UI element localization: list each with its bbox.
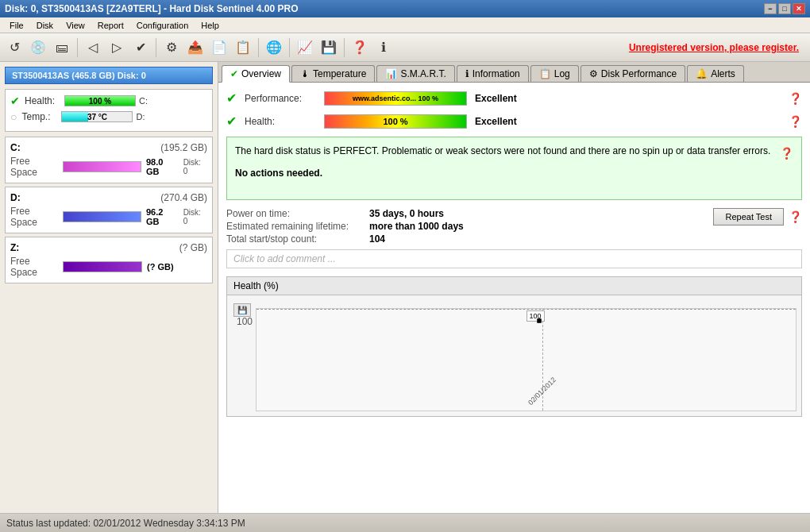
report-button[interactable]: 📄 [208,37,230,59]
health-metric-bar-fill: 100 % [325,115,466,128]
health-chart-header: Health (%) [227,277,801,295]
tab-smart[interactable]: 📊 S.M.A.R.T. [376,65,454,82]
stats-left: Power on time: 35 days, 0 hours Estimate… [226,208,464,245]
health-metric-bar: 100 % [324,114,467,129]
menu-help[interactable]: Help [195,19,226,32]
back-button[interactable]: ◁ [82,37,104,59]
status-help-icon[interactable]: ❓ [780,147,793,160]
tab-alerts[interactable]: 🔔 Alerts [687,65,744,82]
chart-button[interactable]: 📈 [294,37,316,59]
disk-temp-row: ○ Temp.: 37 °C D: [10,110,207,123]
refresh-button[interactable]: ↺ [3,37,25,59]
health-ok-icon: ✔ [10,94,20,107]
chart-y-labels: 100 [232,316,256,411]
chart-dashed-line [256,309,796,310]
performance-bar: www.adsentic.co... 100 % [324,91,467,106]
tab-information[interactable]: ℹ Information [457,65,529,82]
performance-result: Excellent [475,93,517,104]
left-panel: ST3500413AS (465.8 GB) Disk: 0 ✔ Health:… [0,62,218,513]
drive-z-letter: Z: [10,242,19,253]
power-on-label: Power on time: [226,208,361,219]
menu-disk[interactable]: Disk [30,19,60,32]
drive-z-header: Z: (? GB) [10,242,207,253]
disk-info-panel: ✔ Health: 100 % C: ○ Temp.: 37 °C D: [5,89,213,132]
health-chart-section: Health (%) 💾 100 100 [226,276,802,417]
toolbar-separator-4 [289,38,290,57]
stats-section: Power on time: 35 days, 0 hours Estimate… [226,208,802,245]
health-help-icon[interactable]: ❓ [789,115,802,128]
forward-button[interactable]: ▷ [106,37,128,59]
status-text-2: No actions needed. [235,168,793,179]
menu-configuration[interactable]: Configuration [130,19,195,32]
tab-log-icon: 📋 [539,68,551,79]
save-button[interactable]: 💾 [318,37,340,59]
menu-view[interactable]: View [60,19,91,32]
health-metric-result: Excellent [475,116,517,127]
disk-info-button[interactable]: 💿 [27,37,49,59]
disk-button[interactable]: 🖴 [51,37,73,59]
toolbar-separator-1 [77,38,78,57]
drive-d-header: D: (270.4 GB) [10,192,207,203]
performance-help-icon[interactable]: ❓ [789,92,802,105]
chart-data-point [537,318,542,323]
status-text-1: The hard disk status is PERFECT. Problem… [235,145,793,156]
content-area: ✔ Performance: www.adsentic.co... 100 % … [218,83,810,513]
power-on-row: Power on time: 35 days, 0 hours [226,208,464,219]
performance-bar-fill: www.adsentic.co... 100 % [325,92,466,105]
drive-c-size: (195.2 GB) [160,142,207,153]
comment-box[interactable]: Click to add comment ... [226,249,802,268]
drive-d-disk: Disk: 0 [183,208,207,226]
about-button[interactable]: ℹ [372,37,395,59]
drive-d-bar [63,211,141,222]
disk-header[interactable]: ST3500413AS (465.8 GB) Disk: 0 [5,67,213,84]
drive-d-panel: D: (270.4 GB) Free Space 96.2 GB Disk: 0 [5,187,213,233]
remaining-lifetime-value: more than 1000 days [369,221,464,232]
tab-log[interactable]: 📋 Log [530,65,579,82]
tab-disk-performance[interactable]: ⚙ Disk Performance [580,65,685,82]
temp-bar: 37 °C [61,111,133,122]
drive-d-label: D: [136,112,145,121]
drive-z-bar [63,261,142,272]
maximize-button[interactable]: □ [778,3,791,14]
performance-label: Performance: [245,93,316,104]
network-button[interactable]: 🌐 [263,37,285,59]
start-stop-row: Total start/stop count: 104 [226,233,464,245]
remaining-lifetime-row: Estimated remaining lifetime: more than … [226,221,464,232]
tab-bar: ✔ Overview 🌡 Temperature 📊 S.M.A.R.T. ℹ … [218,62,810,83]
repeat-test-container: Repeat Test ❓ [713,208,802,226]
temp-icon: ○ [10,110,17,123]
minimize-button[interactable]: − [764,3,777,14]
close-button[interactable]: ✕ [793,3,805,14]
chart-canvas: 100 02/01/2012 [256,308,796,411]
tab-disk-performance-label: Disk Performance [601,68,677,79]
tab-overview[interactable]: ✔ Overview [222,65,290,83]
start-stop-value: 104 [369,233,385,245]
drive-d-letter: D: [10,192,21,203]
export-button[interactable]: 📤 [184,37,206,59]
tab-disk-performance-icon: ⚙ [589,68,598,79]
right-panel: ✔ Overview 🌡 Temperature 📊 S.M.A.R.T. ℹ … [218,62,810,513]
chart-save-button[interactable]: 💾 [233,303,251,317]
copy-button[interactable]: 📋 [232,37,254,59]
chart-y-100: 100 [237,316,253,327]
drive-c-header: C: (195.2 GB) [10,142,207,153]
repeat-test-help-icon[interactable]: ❓ [789,210,802,223]
toolbar-separator-5 [344,38,345,57]
drive-c-disk: Disk: 0 [183,158,207,175]
settings-button[interactable]: ⚙ [160,37,183,59]
unregistered-notice[interactable]: Unregistered version, please register. [629,42,799,53]
repeat-test-button[interactable]: Repeat Test [713,208,784,226]
drive-z-free-val: (? GB) [147,262,174,272]
check-button[interactable]: ✔ [129,37,152,59]
title-text: Disk: 0, ST3500413AS [Z2A9TERL] - Hard D… [5,3,298,14]
drive-c-bar [63,161,141,172]
help-button[interactable]: ❓ [349,37,371,59]
drive-d-free-label: Free Space [10,206,58,228]
menu-file[interactable]: File [3,19,30,32]
drive-c-bar-fill [64,162,141,172]
menu-report[interactable]: Report [91,19,130,32]
performance-ok-icon: ✔ [226,91,237,106]
title-bar: Disk: 0, ST3500413AS [Z2A9TERL] - Hard D… [0,0,810,17]
tab-temperature[interactable]: 🌡 Temperature [291,65,375,82]
drive-z-bar-fill [64,262,141,272]
